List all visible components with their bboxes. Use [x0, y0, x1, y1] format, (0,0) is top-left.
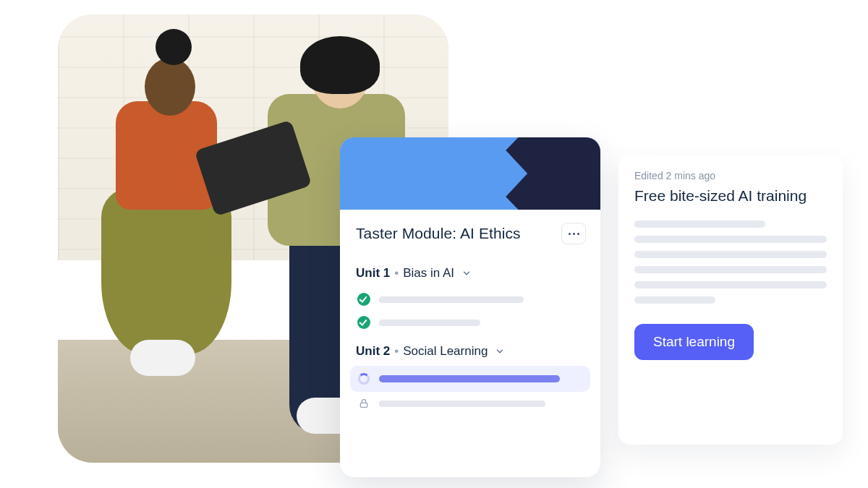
- chevron-down-icon: [461, 268, 472, 278]
- chevron-down-icon: [495, 346, 505, 356]
- unit-name: Bias in AI: [403, 266, 454, 281]
- lesson-row[interactable]: [356, 311, 584, 334]
- edited-timestamp: Edited 2 mins ago: [634, 170, 827, 181]
- spinner-icon: [357, 372, 370, 385]
- module-card: Taster Module: AI Ethics Unit 1 • Bias i…: [340, 137, 600, 477]
- unit-number: Unit 2: [356, 344, 390, 359]
- svg-rect-0: [360, 403, 367, 407]
- lock-icon: [357, 397, 370, 410]
- training-card: Edited 2 mins ago Free bite-sized AI tra…: [618, 155, 843, 445]
- lesson-row[interactable]: [356, 288, 584, 311]
- unit-number: Unit 1: [356, 266, 390, 281]
- lesson-title-placeholder: [379, 320, 480, 326]
- lesson-row[interactable]: [356, 392, 584, 415]
- lesson-title-placeholder: [379, 401, 545, 407]
- start-learning-button[interactable]: Start learning: [634, 324, 754, 360]
- unit-header[interactable]: Unit 2 • Social Learning: [356, 334, 584, 366]
- separator-dot: •: [394, 344, 399, 359]
- module-banner: [340, 137, 600, 210]
- check-icon: [357, 316, 370, 329]
- lesson-title-placeholder: [379, 375, 560, 382]
- module-title: Taster Module: AI Ethics: [356, 225, 521, 242]
- lesson-row-active[interactable]: [350, 366, 590, 392]
- check-icon: [357, 293, 370, 306]
- description-placeholder: [634, 221, 827, 304]
- unit-header[interactable]: Unit 1 • Bias in AI: [356, 256, 584, 288]
- kebab-menu-button[interactable]: [561, 223, 586, 244]
- unit-name: Social Learning: [403, 344, 488, 359]
- separator-dot: •: [394, 266, 399, 281]
- training-title: Free bite-sized AI training: [634, 187, 827, 205]
- lesson-title-placeholder: [379, 296, 524, 303]
- start-learning-label: Start learning: [653, 334, 735, 350]
